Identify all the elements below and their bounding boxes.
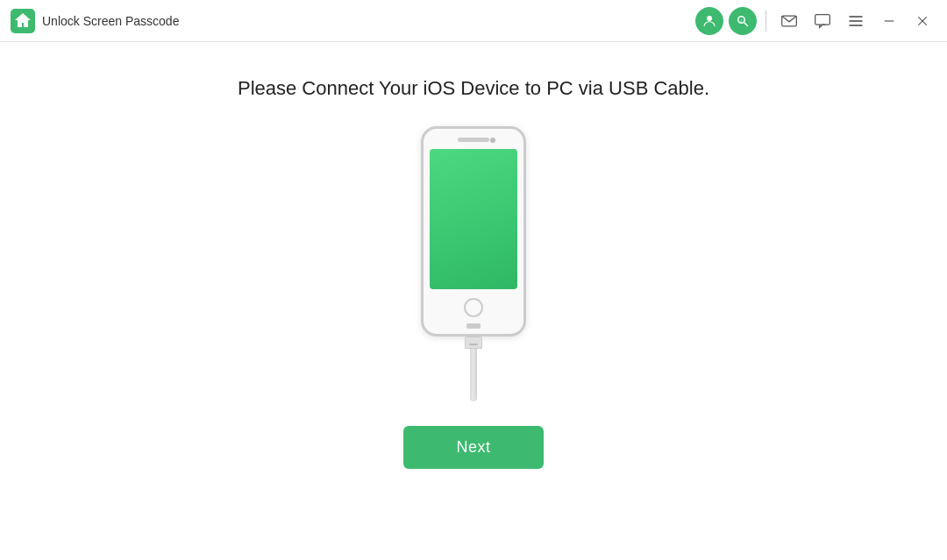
instruction-text: Please Connect Your iOS Device to PC via… bbox=[238, 77, 709, 100]
menu-icon[interactable] bbox=[842, 7, 870, 35]
mail-icon[interactable] bbox=[775, 7, 803, 35]
title-bar-controls: ♪ bbox=[695, 7, 936, 35]
profile-icon[interactable] bbox=[695, 7, 723, 35]
svg-line-3 bbox=[744, 22, 749, 26]
app-logo-icon bbox=[11, 9, 35, 33]
title-bar-left: Unlock Screen Passcode bbox=[11, 9, 695, 33]
phone-illustration bbox=[421, 126, 526, 401]
svg-point-1 bbox=[707, 16, 712, 21]
phone-camera bbox=[490, 138, 495, 143]
phone-speaker bbox=[458, 138, 489, 142]
app-title: Unlock Screen Passcode bbox=[42, 14, 179, 28]
minimize-button[interactable] bbox=[875, 7, 903, 35]
title-bar: Unlock Screen Passcode ♪ bbox=[0, 0, 947, 42]
next-button[interactable]: Next bbox=[403, 426, 543, 469]
phone-home-button bbox=[464, 298, 483, 317]
chat-icon[interactable] bbox=[808, 7, 837, 35]
phone-screen bbox=[430, 149, 517, 289]
phone-port bbox=[466, 323, 481, 329]
svg-text:♪: ♪ bbox=[740, 17, 743, 22]
cable-wire bbox=[470, 349, 477, 401]
main-content: Please Connect Your iOS Device to PC via… bbox=[0, 42, 947, 560]
svg-rect-6 bbox=[815, 14, 830, 25]
toolbar-divider bbox=[765, 11, 766, 32]
search-phone-icon[interactable]: ♪ bbox=[729, 7, 757, 35]
close-button[interactable] bbox=[908, 7, 936, 35]
phone-body bbox=[421, 126, 526, 337]
cable-connector bbox=[465, 337, 482, 349]
usb-cable bbox=[465, 337, 482, 401]
